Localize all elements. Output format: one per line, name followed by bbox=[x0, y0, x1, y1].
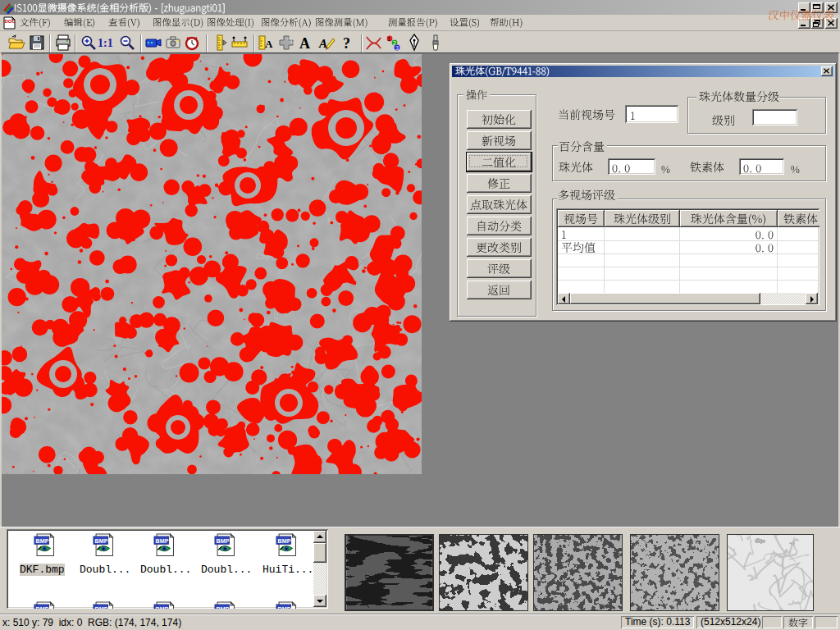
svg-text:1:1: 1:1 bbox=[98, 37, 113, 49]
svg-text:1: 1 bbox=[387, 36, 390, 42]
svg-text:3: 3 bbox=[395, 45, 399, 51]
svg-text:A: A bbox=[318, 37, 327, 50]
svg-text:A: A bbox=[299, 35, 310, 52]
svg-text:?: ? bbox=[343, 35, 350, 52]
svg-text:DOC: DOC bbox=[5, 19, 16, 24]
svg-text:A: A bbox=[265, 38, 273, 50]
